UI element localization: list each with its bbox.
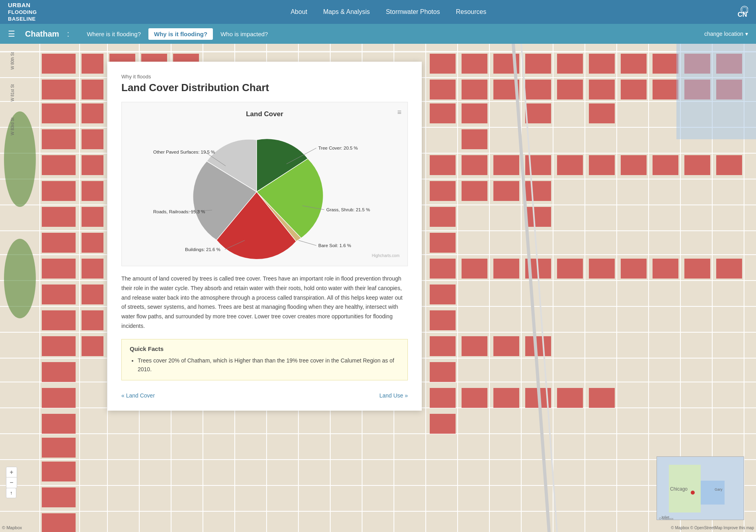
mini-map[interactable]: Chicago Joliet Gary © Mapbox — [657, 456, 744, 520]
svg-rect-139 — [430, 336, 456, 356]
svg-rect-136 — [653, 259, 678, 279]
svg-rect-64 — [82, 233, 103, 253]
svg-rect-68 — [42, 336, 76, 356]
svg-rect-157 — [676, 44, 756, 139]
svg-rect-59 — [42, 207, 76, 227]
hamburger-menu[interactable]: ☰ — [8, 29, 15, 39]
change-location-button[interactable]: change location ▾ — [704, 31, 748, 37]
chart-container: Land Cover ≡ — [121, 102, 408, 266]
location-name: Chatham — [25, 29, 59, 39]
svg-rect-143 — [525, 336, 551, 356]
svg-rect-135 — [621, 259, 647, 279]
nav-maps-analysis[interactable]: Maps & Analysis — [323, 8, 370, 16]
svg-rect-84 — [42, 513, 76, 532]
svg-rect-141 — [462, 336, 487, 356]
nav-about[interactable]: About — [290, 8, 307, 16]
svg-text:W 81st St: W 81st St — [10, 84, 15, 101]
svg-rect-140 — [430, 362, 456, 382]
chart-title: Land Cover — [130, 110, 399, 118]
svg-rect-65 — [42, 259, 76, 279]
svg-rect-116 — [493, 155, 519, 175]
svg-rect-67 — [42, 310, 76, 330]
nav-why-flooding[interactable]: Why is it flooding? — [148, 28, 213, 40]
svg-rect-113 — [430, 233, 456, 253]
prev-link[interactable]: « Land Cover — [121, 392, 155, 399]
svg-rect-101 — [589, 103, 615, 123]
svg-rect-104 — [653, 54, 678, 74]
svg-rect-130 — [462, 259, 487, 279]
svg-rect-87 — [430, 103, 456, 123]
svg-rect-129 — [430, 310, 456, 330]
bare-soil-label: Bare Soil: 1.6 % — [318, 243, 351, 248]
svg-rect-133 — [557, 259, 583, 279]
svg-rect-58 — [42, 181, 76, 201]
svg-rect-70 — [42, 388, 76, 408]
section-label: Why it floods — [121, 74, 408, 80]
svg-rect-99 — [589, 54, 615, 74]
svg-rect-73 — [82, 310, 103, 330]
svg-rect-74 — [82, 336, 103, 356]
svg-rect-60 — [42, 233, 76, 253]
svg-text:W 80th St: W 80th St — [10, 52, 15, 70]
svg-rect-44 — [42, 80, 76, 99]
svg-rect-43 — [42, 54, 76, 74]
svg-rect-69 — [42, 362, 76, 382]
pie-chart-svg: Tree Cover: 20.5 % Grass, Shrub: 21.5 % … — [125, 128, 404, 247]
tree-cover-label: Tree Cover: 20.5 % — [318, 146, 358, 150]
svg-text:Chicago: Chicago — [670, 486, 688, 492]
svg-rect-91 — [462, 129, 487, 149]
svg-rect-144 — [430, 388, 456, 408]
top-navigation: URBAN FLOODING BASELINE About Maps & Ana… — [0, 0, 756, 24]
logo-text: URBAN FLOODING BASELINE — [8, 1, 37, 22]
quick-facts-title: Quick Facts — [130, 345, 399, 352]
svg-rect-96 — [525, 103, 551, 123]
zoom-in-button[interactable]: + — [6, 467, 17, 477]
pagination: « Land Cover Land Use » — [121, 390, 408, 399]
svg-rect-122 — [589, 155, 615, 175]
svg-point-153 — [4, 111, 36, 207]
svg-rect-102 — [621, 54, 647, 74]
svg-rect-121 — [557, 155, 583, 175]
svg-rect-147 — [493, 388, 519, 408]
zoom-out-button[interactable]: − — [6, 477, 17, 488]
next-link[interactable]: Land Use » — [379, 392, 408, 399]
svg-rect-71 — [82, 259, 103, 279]
svg-rect-46 — [42, 129, 76, 149]
content-panel: Why it floods Land Cover Distribution Ch… — [107, 62, 422, 411]
mapbox-attribution: © Mapbox — [2, 525, 22, 530]
svg-rect-85 — [430, 54, 456, 74]
svg-rect-61 — [82, 155, 103, 175]
secondary-navigation: ☰ Chatham : Where is it flooding? Why is… — [0, 24, 756, 44]
chart-menu-icon[interactable]: ≡ — [397, 108, 401, 117]
svg-rect-98 — [557, 80, 583, 99]
cnt-logo[interactable]: CNT — [724, 4, 748, 20]
svg-rect-114 — [462, 155, 487, 175]
svg-rect-127 — [430, 259, 456, 279]
svg-rect-97 — [557, 54, 583, 74]
svg-rect-47 — [82, 54, 103, 74]
svg-rect-86 — [430, 80, 456, 99]
nav-where-flooding[interactable]: Where is it flooding? — [81, 28, 146, 40]
nav-stormwater-photos[interactable]: Stormwater Photos — [386, 8, 440, 16]
svg-rect-137 — [684, 259, 710, 279]
svg-rect-83 — [42, 487, 76, 507]
svg-text:CNT: CNT — [738, 11, 748, 18]
svg-rect-81 — [42, 438, 76, 458]
svg-rect-124 — [653, 155, 678, 175]
svg-rect-72 — [82, 285, 103, 304]
compass-button[interactable]: ↑ — [6, 488, 16, 498]
other-paved-label: Other Paved Surfaces: 19.5 % — [153, 150, 215, 154]
svg-point-154 — [4, 239, 36, 318]
app-logo[interactable]: URBAN FLOODING BASELINE — [8, 1, 37, 22]
panel-title: Land Cover Distribution Chart — [121, 82, 408, 94]
nav-resources[interactable]: Resources — [456, 8, 486, 16]
svg-rect-100 — [589, 80, 615, 99]
zoom-controls: + − — [6, 467, 17, 488]
svg-rect-149 — [557, 388, 583, 408]
svg-rect-57 — [42, 155, 76, 175]
svg-rect-88 — [462, 54, 487, 74]
nav-who-impacted[interactable]: Who is impacted? — [215, 28, 273, 40]
svg-rect-80 — [42, 414, 76, 434]
svg-rect-120 — [525, 207, 551, 227]
svg-rect-150 — [589, 388, 615, 408]
